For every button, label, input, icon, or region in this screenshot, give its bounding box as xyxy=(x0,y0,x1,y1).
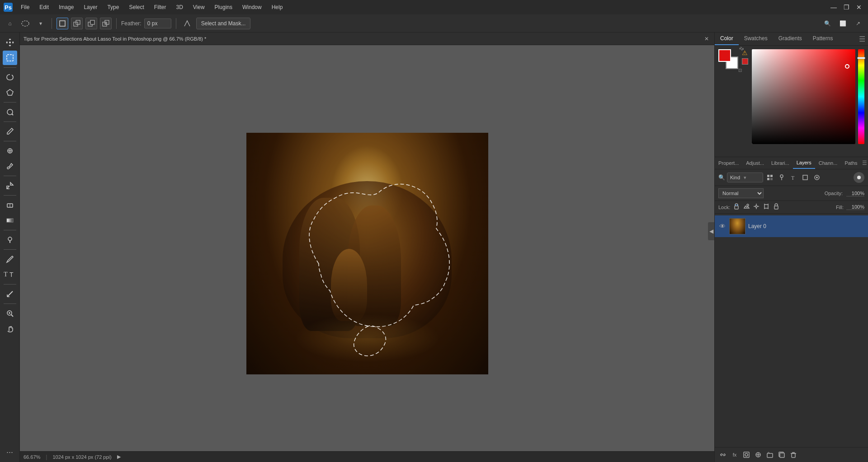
lock-position-icon[interactable] xyxy=(753,203,760,211)
paths-tab[interactable]: Paths xyxy=(841,158,861,168)
new-fill-layer-btn[interactable] xyxy=(753,449,764,460)
menu-view[interactable]: View xyxy=(189,2,209,12)
filter-type-icon[interactable]: T xyxy=(788,173,798,182)
fill-input[interactable] xyxy=(846,204,864,210)
brush-tool-btn[interactable] xyxy=(3,159,17,173)
link-layers-btn[interactable] xyxy=(717,449,728,460)
gamut-color-swatch[interactable] xyxy=(742,58,748,65)
home-icon[interactable]: ⌂ xyxy=(4,17,16,30)
color-tab[interactable]: Color xyxy=(715,33,739,45)
path-selection-btn[interactable] xyxy=(3,287,17,301)
photo-canvas xyxy=(246,133,488,374)
lock-all-icon[interactable] xyxy=(773,203,780,211)
svg-rect-42 xyxy=(764,205,768,208)
eraser-btn[interactable] xyxy=(3,198,17,212)
close-button[interactable]: ✕ xyxy=(854,2,864,13)
menu-help[interactable]: Help xyxy=(267,2,288,12)
foreground-color-swatch[interactable] xyxy=(718,49,731,62)
move-tool-btn[interactable] xyxy=(3,35,17,50)
selection-tool-btn[interactable] xyxy=(3,51,17,65)
dodge-burn-btn[interactable] xyxy=(3,233,17,247)
layers-panel-menu-icon[interactable]: ☰ xyxy=(861,159,868,168)
svg-point-0 xyxy=(22,21,29,26)
menu-edit[interactable]: Edit xyxy=(35,2,53,12)
menu-window[interactable]: Window xyxy=(238,2,266,12)
pen-tool-btn[interactable] xyxy=(3,252,17,266)
filter-pixel-icon[interactable] xyxy=(765,173,775,182)
blend-mode-select[interactable]: Normal Multiply Screen Overlay xyxy=(718,188,764,198)
filter-kind-text: Kind xyxy=(730,175,740,180)
svg-rect-49 xyxy=(744,452,749,457)
healing-brush-btn[interactable] xyxy=(3,144,17,158)
menu-file[interactable]: File xyxy=(16,2,34,12)
workspace-icon[interactable]: ⬜ xyxy=(836,17,849,30)
anti-alias-icon[interactable] xyxy=(181,17,193,30)
menu-layer[interactable]: Layer xyxy=(79,2,102,12)
gradients-tab[interactable]: Gradients xyxy=(773,33,807,45)
channels-tab[interactable]: Chann... xyxy=(815,158,841,168)
libraries-tab[interactable]: Librari... xyxy=(768,158,793,168)
color-picker-area[interactable] xyxy=(752,49,864,153)
lock-artboard-icon[interactable] xyxy=(763,203,770,211)
new-selection-btn[interactable] xyxy=(57,18,68,29)
opacity-input[interactable] xyxy=(846,191,864,196)
document-size: 1024 px x 1024 px (72 ppi) xyxy=(52,454,111,460)
type-tool-btn[interactable]: T T xyxy=(3,267,17,282)
filter-dropdown-icon[interactable]: ▾ xyxy=(744,175,746,181)
menu-image[interactable]: Image xyxy=(54,2,78,12)
new-layer-btn[interactable] xyxy=(776,449,787,460)
reset-colors-icon[interactable]: ⊡ xyxy=(738,68,742,73)
add-selection-btn[interactable] xyxy=(71,18,83,29)
swatches-tab[interactable]: Swatches xyxy=(739,33,773,45)
lock-transparent-icon[interactable] xyxy=(733,203,740,211)
menu-select[interactable]: Select xyxy=(124,2,148,12)
properties-tab[interactable]: Propert... xyxy=(715,158,742,168)
gradient-btn[interactable] xyxy=(3,213,17,228)
filter-active-toggle[interactable] xyxy=(854,172,864,183)
feather-input[interactable] xyxy=(144,19,171,28)
add-mask-btn[interactable] xyxy=(741,449,752,460)
menu-3d[interactable]: 3D xyxy=(171,2,187,12)
layers-filter-search[interactable]: Kind ▾ xyxy=(727,173,763,182)
filter-shape-icon[interactable] xyxy=(800,173,810,182)
filter-adjustment-icon[interactable] xyxy=(777,173,787,182)
hue-slider[interactable] xyxy=(858,49,864,144)
lasso-tool-btn[interactable] xyxy=(3,70,17,84)
status-arrow-btn[interactable]: ▶ xyxy=(117,454,121,460)
dropdown-arrow-icon[interactable]: ▾ xyxy=(34,17,47,30)
eyedropper-btn[interactable] xyxy=(3,124,17,139)
filter-smart-icon[interactable] xyxy=(812,173,822,182)
search-icon[interactable]: 🔍 xyxy=(821,17,834,30)
layer-visibility-toggle[interactable]: 👁 xyxy=(718,222,726,230)
fx-btn[interactable]: fx xyxy=(729,449,740,460)
more-tools-btn[interactable]: ··· xyxy=(3,445,17,459)
clone-stamp-btn[interactable] xyxy=(3,178,17,193)
delete-layer-btn[interactable] xyxy=(788,449,799,460)
color-panel-menu-icon[interactable]: ☰ xyxy=(859,35,865,43)
hand-tool-btn[interactable] xyxy=(3,322,17,336)
subtract-selection-btn[interactable] xyxy=(85,18,97,29)
layers-tab[interactable]: Layers xyxy=(793,157,815,169)
menu-filter[interactable]: Filter xyxy=(150,2,171,12)
menu-type[interactable]: Type xyxy=(103,2,123,12)
lock-image-icon[interactable] xyxy=(743,203,750,211)
minimize-button[interactable]: — xyxy=(828,2,839,13)
intersect-selection-btn[interactable] xyxy=(100,18,112,29)
polygon-lasso-btn[interactable] xyxy=(3,85,17,100)
maximize-button[interactable]: ❐ xyxy=(841,2,852,13)
document-tab-close[interactable]: ✕ xyxy=(703,35,711,43)
select-and-mask-button[interactable]: Select and Mask... xyxy=(196,18,251,29)
share-icon[interactable]: ↗ xyxy=(852,17,864,30)
canvas-content[interactable] xyxy=(20,51,714,457)
new-group-btn[interactable] xyxy=(764,449,775,460)
patterns-tab[interactable]: Patterns xyxy=(807,33,839,45)
adjustments-tab[interactable]: Adjust... xyxy=(742,158,768,168)
zoom-btn[interactable] xyxy=(3,306,17,321)
layer-row[interactable]: 👁 Layer 0 xyxy=(715,215,868,237)
lasso-tool-options-icon[interactable] xyxy=(19,17,32,30)
document-tab: Tips for Precise Selections About Lasso … xyxy=(20,33,714,45)
svg-point-41 xyxy=(755,205,757,207)
menu-plugins[interactable]: Plugins xyxy=(210,2,237,12)
quick-selection-btn[interactable] xyxy=(3,105,17,119)
color-spectrum[interactable] xyxy=(752,49,855,144)
